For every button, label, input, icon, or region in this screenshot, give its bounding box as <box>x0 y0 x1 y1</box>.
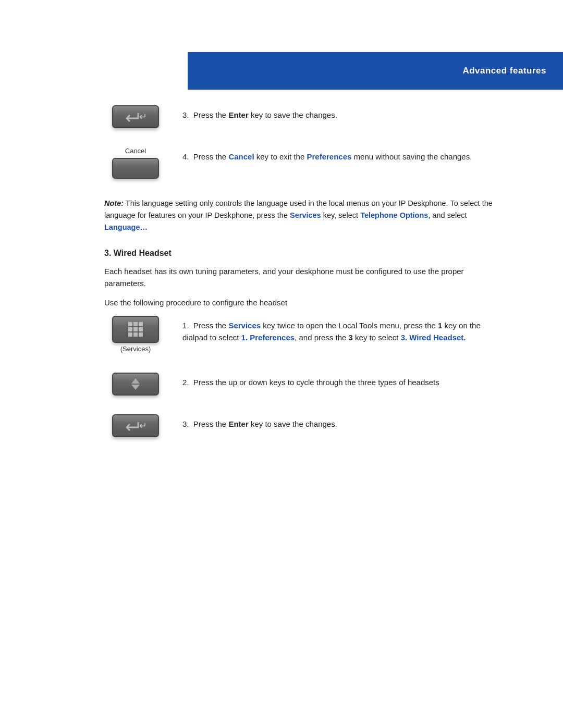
dot9 <box>139 332 143 337</box>
cancel-label: Cancel <box>125 147 146 155</box>
main-content: 3. Press the Enter key to save the chang… <box>104 90 500 437</box>
enter-arrow-svg2 <box>125 420 139 431</box>
dot1 <box>128 322 132 326</box>
dot2 <box>133 322 138 326</box>
services-key-icon <box>112 316 159 343</box>
step-image-cancel: Cancel <box>104 147 167 179</box>
arrow-up-icon <box>131 378 140 384</box>
step-text-cancel: 4. Press the Cancel key to exit the Pref… <box>182 147 500 163</box>
dot3 <box>139 322 143 326</box>
enter-key-icon1 <box>112 105 159 128</box>
services-label: (Services) <box>120 345 151 353</box>
step3-text1: 3. Press the Enter key to save the chang… <box>182 110 337 119</box>
dot4 <box>128 327 132 331</box>
section-para1: Each headset has its own tuning paramete… <box>104 265 500 290</box>
enter-key-icon2 <box>112 414 159 437</box>
nav-key-icon <box>112 373 159 396</box>
step-text-enter1: 3. Press the Enter key to save the chang… <box>182 105 500 121</box>
step-image-enter2 <box>104 414 167 437</box>
enter-shape2 <box>125 420 139 431</box>
step-text-nav: 2. Press the up or down keys to cycle th… <box>182 373 500 389</box>
step3-text2: 3. Press the Enter key to save the chang… <box>182 419 337 428</box>
step2-text-nav: 2. Press the up or down keys to cycle th… <box>182 378 439 387</box>
step-text-enter2: 3. Press the Enter key to save the chang… <box>182 414 500 430</box>
header-bar: Advanced features <box>188 52 563 90</box>
dot6 <box>139 327 143 331</box>
step-row-services: (Services) 1. Press the Services key twi… <box>104 316 500 354</box>
step-image-enter1 <box>104 105 167 128</box>
step-image-services: (Services) <box>104 316 167 354</box>
step-row-cancel: Cancel 4. Press the Cancel key to exit t… <box>104 147 500 179</box>
note-text: This language setting only controls the … <box>104 199 493 231</box>
services-grid-icon <box>128 322 143 337</box>
note-label: Note: <box>104 199 124 207</box>
note-section: Note: This language setting only control… <box>104 198 500 234</box>
arrow-down-icon <box>131 385 140 390</box>
cancel-key-icon <box>112 158 159 179</box>
dot5 <box>133 327 138 331</box>
step-row-enter2: 3. Press the Enter key to save the chang… <box>104 414 500 437</box>
section-heading: 3. Wired Headset <box>104 249 500 258</box>
step1-text-services: 1. Press the Services key twice to open … <box>182 321 481 342</box>
dot7 <box>128 332 132 337</box>
section-para2: Use the following procedure to configure… <box>104 297 500 309</box>
step4-text: 4. Press the Cancel key to exit the Pref… <box>182 152 472 161</box>
up-down-nav-icon <box>131 378 140 390</box>
step-row-enter1: 3. Press the Enter key to save the chang… <box>104 105 500 128</box>
enter-arrow-svg <box>125 111 139 122</box>
step-text-services: 1. Press the Services key twice to open … <box>182 316 500 343</box>
page-container: Advanced features 3. Press the Enter key… <box>0 52 563 728</box>
step-image-nav <box>104 373 167 396</box>
step-row-nav: 2. Press the up or down keys to cycle th… <box>104 373 500 396</box>
dot8 <box>133 332 138 337</box>
header-title: Advanced features <box>462 66 546 76</box>
enter-shape <box>125 111 139 122</box>
